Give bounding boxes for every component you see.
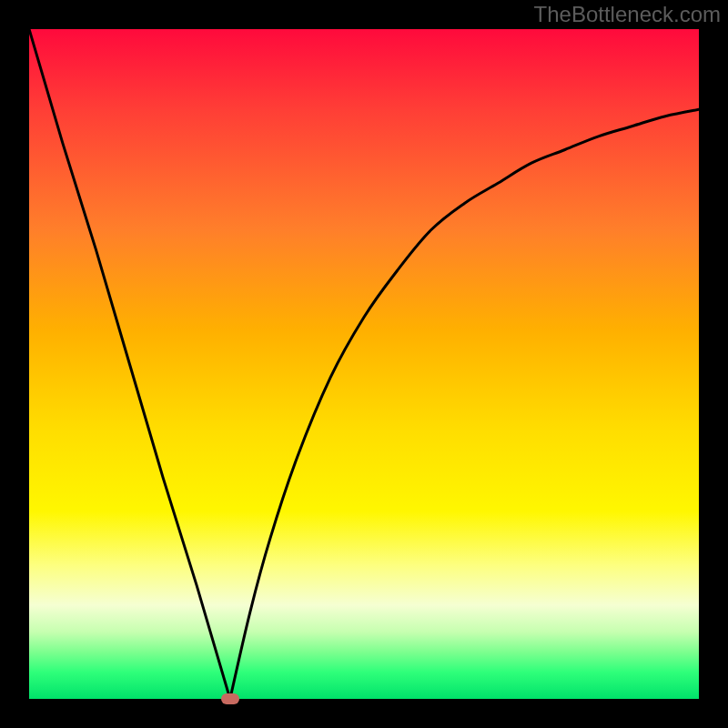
bottleneck-curve <box>29 29 699 699</box>
curve-path <box>29 29 699 699</box>
chart-frame: TheBottleneck.com <box>0 0 728 728</box>
chart-plot-area <box>29 29 699 699</box>
minimum-marker <box>221 693 239 704</box>
watermark-text: TheBottleneck.com <box>534 2 721 27</box>
